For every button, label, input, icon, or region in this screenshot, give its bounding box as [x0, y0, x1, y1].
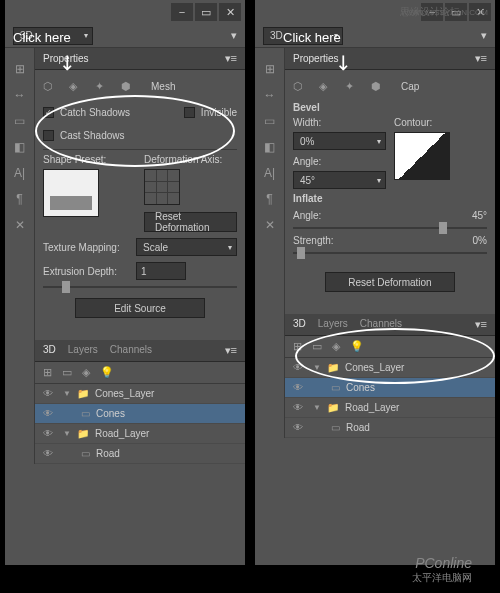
- mesh-icon-4[interactable]: ⬢: [121, 80, 137, 93]
- menu-icon[interactable]: ▾: [231, 29, 237, 42]
- sidebar-icon-6[interactable]: ¶: [5, 186, 34, 212]
- layer-row-cones[interactable]: 👁 ▭ Cones: [285, 378, 495, 398]
- eye-icon[interactable]: 👁: [39, 428, 57, 439]
- cast-shadows-checkbox[interactable]: [43, 130, 54, 141]
- menu-icon[interactable]: ▾: [481, 29, 487, 42]
- sidebar-icon-3[interactable]: ▭: [5, 108, 34, 134]
- cap-icon-4[interactable]: ⬢: [371, 80, 387, 93]
- invisible-checkbox[interactable]: [184, 107, 195, 118]
- eye-icon[interactable]: 👁: [289, 362, 307, 373]
- layers-tab-channels[interactable]: Channels: [360, 318, 402, 331]
- mesh-icon-2[interactable]: ◈: [69, 80, 85, 93]
- deformation-axis-grid[interactable]: [144, 169, 180, 205]
- mesh-icon-3[interactable]: ✦: [95, 80, 111, 93]
- cap-icon-2[interactable]: ◈: [319, 80, 335, 93]
- click-here-label: Click here: [283, 30, 341, 45]
- contour-preview[interactable]: [394, 132, 450, 180]
- contour-label: Contour:: [394, 117, 487, 128]
- layers-tab-3d[interactable]: 3D: [293, 318, 306, 331]
- layers-tab-3d[interactable]: 3D: [43, 344, 56, 357]
- texture-mapping-row: Texture Mapping: Scale: [43, 238, 237, 256]
- cap-section: ⬡ ◈ ✦ ⬢ Cap Bevel Width: 0% Angle: 45° C…: [285, 70, 495, 308]
- sidebar-icon-3[interactable]: ▭: [255, 108, 284, 134]
- layers-tab-layers[interactable]: Layers: [318, 318, 348, 331]
- extrusion-depth-input[interactable]: [136, 262, 186, 280]
- layers-tab-layers[interactable]: Layers: [68, 344, 98, 357]
- layer-list: 👁 ▼ 📁 Cones_Layer 👁 ▭ Cones 👁 ▼: [285, 358, 495, 438]
- layer-name: Road: [346, 422, 370, 433]
- extrusion-slider[interactable]: [43, 286, 237, 288]
- eye-icon[interactable]: 👁: [289, 382, 307, 393]
- tree-toggle-icon[interactable]: ▼: [313, 363, 321, 372]
- watermark-url: WWW.MISSYUAN.COM: [401, 8, 488, 17]
- eye-icon[interactable]: 👁: [39, 448, 57, 459]
- catch-shadows-checkbox[interactable]: ✓: [43, 107, 54, 118]
- cap-icon-1[interactable]: ⬡: [293, 80, 309, 93]
- filter-icon-4[interactable]: 💡: [350, 340, 364, 353]
- invisible-label: Invisible: [201, 107, 237, 118]
- cap-icon-3[interactable]: ✦: [345, 80, 361, 93]
- filter-icon-2[interactable]: ▭: [62, 366, 72, 379]
- panel-menu-icon[interactable]: ▾≡: [225, 52, 237, 65]
- filter-icon-4[interactable]: 💡: [100, 366, 114, 379]
- inflate-angle-slider[interactable]: [293, 227, 487, 229]
- sidebar-icon-6[interactable]: ¶: [255, 186, 284, 212]
- restore-btn[interactable]: ▭: [195, 3, 217, 21]
- eye-icon[interactable]: 👁: [289, 422, 307, 433]
- eye-icon[interactable]: 👁: [289, 402, 307, 413]
- reset-deformation-button[interactable]: Reset Deformation: [325, 272, 455, 292]
- strength-value: 0%: [457, 235, 487, 246]
- sidebar-icon-1[interactable]: ⊞: [5, 56, 34, 82]
- tree-toggle-icon[interactable]: ▼: [63, 389, 71, 398]
- layer-row-cones-folder[interactable]: 👁 ▼ 📁 Cones_Layer: [285, 358, 495, 378]
- sidebar-icon-4[interactable]: ◧: [255, 134, 284, 160]
- filter-icon-3[interactable]: ◈: [82, 366, 90, 379]
- filter-icon-1[interactable]: ⊞: [43, 366, 52, 379]
- close-btn[interactable]: ✕: [219, 3, 241, 21]
- layers-menu-icon[interactable]: ▾≡: [475, 318, 487, 331]
- layers-tab-channels[interactable]: Channels: [110, 344, 152, 357]
- layer-row-road[interactable]: 👁 ▭ Road: [285, 418, 495, 438]
- panel-menu-icon[interactable]: ▾≡: [475, 52, 487, 65]
- eye-icon[interactable]: 👁: [39, 408, 57, 419]
- minimize-btn[interactable]: −: [171, 3, 193, 21]
- tree-toggle-icon[interactable]: ▼: [63, 429, 71, 438]
- layer-row-road-folder[interactable]: 👁 ▼ 📁 Road_Layer: [35, 424, 245, 444]
- filter-icon-3[interactable]: ◈: [332, 340, 340, 353]
- sidebar-icon-7[interactable]: ✕: [5, 212, 34, 238]
- tree-toggle-icon[interactable]: ▼: [313, 403, 321, 412]
- sidebar-icon-1[interactable]: ⊞: [255, 56, 284, 82]
- shape-preset-thumb[interactable]: [43, 169, 99, 217]
- layers-menu-icon[interactable]: ▾≡: [225, 344, 237, 357]
- texture-mapping-label: Texture Mapping:: [43, 242, 128, 253]
- reset-deformation-button[interactable]: Reset Deformation: [144, 212, 237, 232]
- filter-icon-2[interactable]: ▭: [312, 340, 322, 353]
- folder-icon: 📁: [77, 428, 89, 439]
- strength-slider[interactable]: [293, 252, 487, 254]
- mesh-icon-1[interactable]: ⬡: [43, 80, 59, 93]
- filter-icon-1[interactable]: ⊞: [293, 340, 302, 353]
- folder-icon: 📁: [77, 388, 89, 399]
- cast-shadows-label: Cast Shadows: [60, 130, 124, 141]
- folder-icon: 📁: [327, 402, 339, 413]
- extrusion-depth-row: Extrusion Depth:: [43, 262, 237, 280]
- layer-name: Road_Layer: [345, 402, 399, 413]
- width-label: Width:: [293, 117, 386, 128]
- sidebar-icon-4[interactable]: ◧: [5, 134, 34, 160]
- layer-row-cones-folder[interactable]: 👁 ▼ 📁 Cones_Layer: [35, 384, 245, 404]
- catch-shadows-row: ✓ Catch Shadows Invisible: [43, 102, 237, 122]
- sidebar-icon-7[interactable]: ✕: [255, 212, 284, 238]
- edit-source-button[interactable]: Edit Source: [75, 298, 205, 318]
- width-dropdown[interactable]: 0%: [293, 132, 386, 150]
- layer-row-road[interactable]: 👁 ▭ Road: [35, 444, 245, 464]
- eye-icon[interactable]: 👁: [39, 388, 57, 399]
- right-panel: − ▭ ✕ 3D ▾ Click here ↘ ⊞ ↔ ▭ ◧ A| ¶ ✕ P…: [255, 0, 495, 565]
- sidebar-icon-2[interactable]: ↔: [255, 82, 284, 108]
- angle-dropdown[interactable]: 45°: [293, 171, 386, 189]
- texture-mapping-dropdown[interactable]: Scale: [136, 238, 237, 256]
- layer-row-cones[interactable]: 👁 ▭ Cones: [35, 404, 245, 424]
- layer-row-road-folder[interactable]: 👁 ▼ 📁 Road_Layer: [285, 398, 495, 418]
- sidebar-icon-2[interactable]: ↔: [5, 82, 34, 108]
- sidebar-icon-5[interactable]: A|: [255, 160, 284, 186]
- sidebar-icon-5[interactable]: A|: [5, 160, 34, 186]
